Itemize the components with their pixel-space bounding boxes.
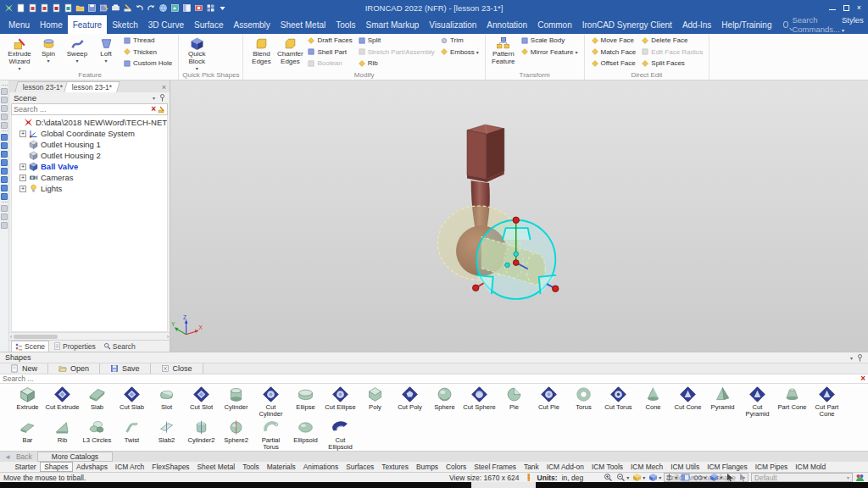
- quick-access-icon[interactable]: [123, 3, 132, 13]
- pin-icon[interactable]: [857, 354, 863, 362]
- search-filter-icon[interactable]: [158, 106, 165, 114]
- catalog-shape[interactable]: Part Cone: [775, 385, 810, 418]
- catalog-shape[interactable]: Sphere2: [219, 418, 253, 451]
- catalog-shape[interactable]: Slot: [149, 385, 184, 418]
- quick-access-icon[interactable]: [159, 3, 168, 13]
- ribbon-button[interactable]: Quick Block ▾: [182, 35, 211, 71]
- ribbon-button-small[interactable]: Thicken ▾: [123, 47, 175, 58]
- menu-tab[interactable]: Assembly: [228, 15, 275, 34]
- quick-access-icon[interactable]: [28, 3, 37, 13]
- ribbon-button-small[interactable]: Thread ▾: [123, 35, 175, 47]
- statusbar-tool[interactable]: ▾: [681, 473, 690, 482]
- catalog-shape[interactable]: Rib: [45, 418, 80, 451]
- ribbon-button-small[interactable]: Move Face ▾: [591, 35, 639, 47]
- catalog-tab[interactable]: ICM Tools: [587, 463, 626, 471]
- catalog-toolbar-button[interactable]: Open: [48, 363, 100, 374]
- catalog-toolbar-button[interactable]: New: [0, 363, 48, 374]
- catalog-shape[interactable]: Twist: [114, 418, 149, 451]
- view-toolbar-icon[interactable]: [1, 151, 8, 158]
- catalog-tab[interactable]: Tools: [239, 463, 264, 471]
- quick-access-icon[interactable]: [4, 3, 14, 13]
- scroll-right-icon[interactable]: ›: [167, 334, 169, 340]
- quick-access-icon[interactable]: [99, 3, 108, 13]
- catalog-shape[interactable]: Cylinder2: [184, 418, 219, 451]
- scene-tree-item[interactable]: + Outlet Housing 2: [12, 150, 167, 161]
- scene-tree-item[interactable]: + Outlet Housing 1: [12, 139, 167, 150]
- view-toolbar-icon[interactable]: [1, 168, 8, 175]
- catalog-search-input[interactable]: [3, 374, 860, 383]
- ribbon-button-small[interactable]: Split Faces ▾: [641, 58, 705, 69]
- catalog-shape[interactable]: Extrude: [10, 385, 45, 418]
- view-toolbar-icon[interactable]: [1, 114, 8, 120]
- catalog-toolbar-button[interactable]: Close: [151, 363, 203, 374]
- ribbon-button-small[interactable]: Rib ▾: [358, 58, 437, 69]
- close-icon[interactable]: ×: [857, 4, 861, 12]
- quick-access-icon[interactable]: [16, 3, 25, 13]
- catalog-shape[interactable]: Cut Ellipse: [323, 385, 358, 418]
- triball-handle-right[interactable]: [553, 286, 559, 291]
- catalog-shape[interactable]: Pie: [497, 385, 531, 418]
- quick-access-icon[interactable]: [147, 3, 156, 13]
- menu-tab[interactable]: Sketch: [107, 15, 143, 34]
- quick-access-icon[interactable]: [64, 3, 73, 13]
- scene-tree-item[interactable]: + Global Coordinate System: [12, 128, 167, 139]
- menu-tab[interactable]: Annotation: [481, 15, 532, 34]
- menu-tab[interactable]: Sheet Metal: [275, 15, 331, 34]
- catalog-shape[interactable]: Cut Ellipsoid: [323, 418, 358, 451]
- catalog-tab[interactable]: ICM Add-on: [542, 463, 587, 471]
- scrollbar-thumb[interactable]: [14, 335, 58, 339]
- viewport-3d[interactable]: Z Y X: [170, 80, 868, 352]
- menu-tab[interactable]: Add-Ins: [677, 15, 716, 34]
- pin-icon[interactable]: [159, 94, 165, 102]
- catalog-tab[interactable]: Textures: [378, 463, 413, 471]
- catalog-tab[interactable]: Colors: [442, 463, 470, 471]
- document-tab-close-icon[interactable]: ×: [159, 83, 170, 92]
- menu-tab[interactable]: Visualization: [424, 15, 481, 34]
- scene-panel-tab[interactable]: Properties: [50, 341, 99, 352]
- catalog-shape[interactable]: Cut Cylinder: [253, 385, 288, 418]
- quick-access-icon[interactable]: [135, 3, 144, 13]
- back-button[interactable]: Back: [16, 452, 32, 461]
- catalog-tab[interactable]: ICM Mech: [627, 463, 667, 471]
- scroll-left-icon[interactable]: ‹: [10, 334, 12, 340]
- view-toolbar-icon[interactable]: [2, 130, 8, 132]
- catalog-shape[interactable]: Torus: [566, 385, 601, 418]
- scene-tree-item[interactable]: + Ball Valve: [12, 161, 167, 172]
- expand-icon[interactable]: +: [19, 164, 26, 170]
- view-toolbar-icon[interactable]: [1, 97, 8, 103]
- catalog-tab[interactable]: ICM Utils: [667, 463, 704, 471]
- catalog-tab[interactable]: ICM Mold: [792, 463, 830, 471]
- ribbon-button[interactable]: Spin ▾: [34, 35, 63, 71]
- catalog-tab[interactable]: Starter: [11, 463, 40, 471]
- statusbar-tool[interactable]: ▾: [709, 473, 722, 482]
- catalog-tab[interactable]: Advshaps: [73, 463, 112, 471]
- catalog-shape[interactable]: Slab2: [149, 418, 184, 451]
- view-toolbar-icon[interactable]: [1, 185, 8, 191]
- catalog-tab[interactable]: ICM Arch: [111, 463, 147, 471]
- catalog-shape[interactable]: Pyramid: [705, 385, 740, 418]
- catalog-shape[interactable]: Sphere: [427, 385, 462, 418]
- menu-tab[interactable]: 3D Curve: [143, 15, 189, 34]
- view-toolbar-icon[interactable]: [1, 88, 8, 95]
- catalog-tab[interactable]: Surfaces: [342, 463, 378, 471]
- statusbar-tool[interactable]: ▾: [665, 473, 677, 482]
- catalog-shape[interactable]: Ellipsoid: [288, 418, 323, 451]
- statusbar-tool[interactable]: ▾: [616, 473, 629, 482]
- clear-search-icon[interactable]: ×: [151, 105, 156, 114]
- document-tab[interactable]: lesson 23-1*: [14, 81, 71, 92]
- config-dropdown[interactable]: Default▾: [751, 473, 853, 482]
- quick-access-icon[interactable]: [218, 3, 227, 13]
- expand-icon[interactable]: +: [19, 175, 26, 181]
- panel-dropdown-icon[interactable]: ▾: [153, 95, 155, 101]
- catalog-shape[interactable]: L3 Circles: [80, 418, 114, 451]
- view-toolbar-icon[interactable]: [2, 202, 8, 203]
- statusbar-tool[interactable]: ▾: [738, 473, 748, 482]
- catalog-shape[interactable]: Poly: [358, 385, 392, 418]
- scene-tree-item[interactable]: + D:\data\2018 NEW\Word\TECH-NET: [12, 117, 167, 128]
- view-toolbar-icon[interactable]: [1, 105, 8, 112]
- catalog-shape[interactable]: Cut Pie: [531, 385, 566, 418]
- scene-search-input[interactable]: [14, 105, 149, 114]
- triball-axis-dot[interactable]: [514, 252, 519, 257]
- view-toolbar-icon[interactable]: [1, 122, 8, 129]
- statusbar-tool[interactable]: ▾: [632, 473, 645, 482]
